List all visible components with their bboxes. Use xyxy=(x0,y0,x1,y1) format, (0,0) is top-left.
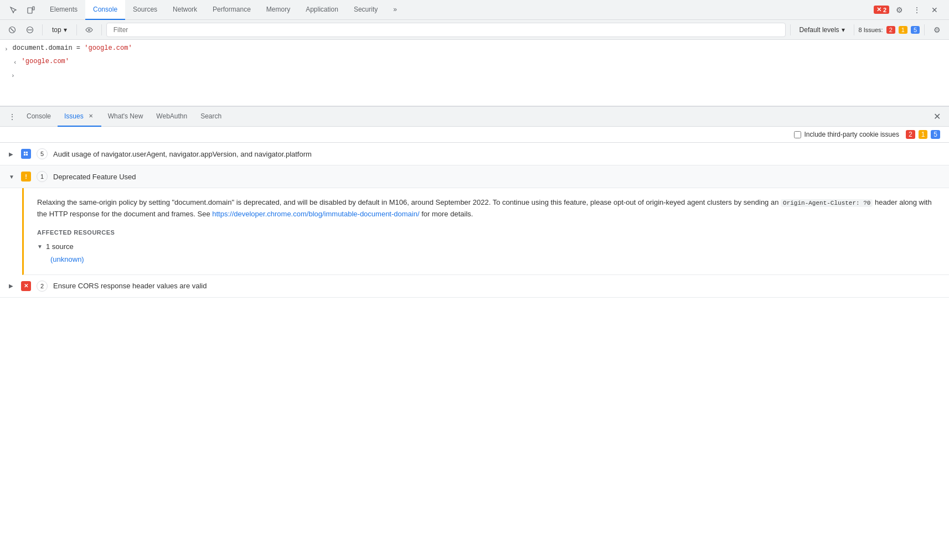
affected-resources-label: AFFECTED RESOURCES xyxy=(37,229,936,236)
console-output: › document.domain = 'google.com' ‹ 'goog… xyxy=(0,40,949,106)
issues-badge-count: 2 xyxy=(883,7,886,13)
tab-bar-right: ✕ 2 ⚙ ⋮ ✕ xyxy=(874,2,947,18)
filter-container xyxy=(106,23,786,37)
drawer-tab-search[interactable]: Search xyxy=(194,107,228,127)
drawer-menu-icon[interactable]: ⋮ xyxy=(4,109,20,125)
issue-cors-title: Ensure CORS response header values are v… xyxy=(53,282,207,290)
tab-security[interactable]: Security xyxy=(346,0,385,20)
output-arrow-1: ‹ xyxy=(13,58,17,68)
issue-audit-icon xyxy=(21,149,31,159)
console-settings-icon[interactable]: ⚙ xyxy=(929,22,945,38)
issues-yellow-badge[interactable]: 1 xyxy=(899,26,907,34)
svg-line-3 xyxy=(11,28,14,32)
top-tab-list: ElementsConsoleSourcesNetworkPerformance… xyxy=(42,0,405,20)
issues-red-badge[interactable]: 2 xyxy=(886,26,895,34)
issue-deprecated-description: Relaxing the same-origin policy by setti… xyxy=(37,197,936,220)
toolbar-divider-1 xyxy=(42,24,43,35)
default-levels-button[interactable]: Default levels ▾ xyxy=(795,25,849,35)
issues-yellow-badge-2[interactable]: 1 xyxy=(919,130,928,139)
console-prompt[interactable]: › xyxy=(0,69,949,82)
code-origin-agent-cluster: Origin-Agent-Cluster: ?0 xyxy=(781,199,873,207)
issues-list: ▶ 5 Audit usage of navigator.userAgent, … xyxy=(0,143,949,298)
issues-count-area: 8 Issues: 2 1 5 xyxy=(859,26,920,34)
drawer-tab-close-issues[interactable]: ✕ xyxy=(87,112,95,120)
drawer-tab-bar-right: ✕ xyxy=(929,109,945,125)
issues-blue-badge[interactable]: 5 xyxy=(911,26,920,34)
drawer-tab-issues[interactable]: Issues✕ xyxy=(58,107,101,127)
devtools-icons xyxy=(2,2,42,18)
svg-rect-10 xyxy=(26,154,28,155)
issue-deprecated-icon: ! xyxy=(21,172,31,182)
issue-deprecated-title: Deprecated Feature Used xyxy=(53,173,136,181)
issues-blue-badge-2[interactable]: 5 xyxy=(931,130,940,139)
issue-deprecated-header[interactable]: ▼ ! 1 Deprecated Feature Used xyxy=(0,165,949,188)
resource-toggle-arrow: ▼ xyxy=(37,243,43,250)
issues-count-badges: 2 1 5 xyxy=(906,130,940,139)
tab-network[interactable]: Network xyxy=(165,0,205,20)
drawer-tab-list: ConsoleIssues✕What's NewWebAuthnSearch xyxy=(20,107,228,127)
svg-rect-0 xyxy=(28,8,32,13)
select-element-icon[interactable] xyxy=(6,2,21,18)
close-drawer-button[interactable]: ✕ xyxy=(929,109,945,125)
console-line-2: ‹ 'google.com' xyxy=(0,55,949,69)
device-toolbar-icon[interactable] xyxy=(23,2,39,18)
more-tabs-button[interactable]: » xyxy=(385,0,405,20)
resource-toggle-label: 1 source xyxy=(46,242,74,251)
svg-rect-7 xyxy=(24,152,25,153)
context-selector[interactable]: top ▾ xyxy=(47,24,72,35)
svg-point-6 xyxy=(88,29,90,30)
drawer-tab-webauthn[interactable]: WebAuthn xyxy=(149,107,194,127)
more-options-icon[interactable]: ⋮ xyxy=(909,2,925,18)
block-icon[interactable] xyxy=(22,22,38,38)
tab-application[interactable]: Application xyxy=(298,0,346,20)
context-dropdown-arrow: ▾ xyxy=(64,26,67,34)
resource-item-unknown[interactable]: (unknown) xyxy=(37,253,936,266)
tab-elements[interactable]: Elements xyxy=(42,0,85,20)
input-arrow-1: › xyxy=(4,44,8,54)
resource-toggle[interactable]: ▼ 1 source xyxy=(37,240,936,253)
issue-link[interactable]: https://developer.chrome.com/blog/immuta… xyxy=(212,210,419,218)
toolbar-divider-4 xyxy=(790,24,791,35)
eye-icon[interactable] xyxy=(81,22,97,38)
console-toolbar: top ▾ Default levels ▾ 8 Issues: 2 1 5 ⚙ xyxy=(0,20,949,40)
issues-red-badge-2[interactable]: 2 xyxy=(906,130,915,139)
top-tab-bar: ElementsConsoleSourcesNetworkPerformance… xyxy=(0,0,949,20)
tab-memory[interactable]: Memory xyxy=(259,0,298,20)
clear-console-icon[interactable] xyxy=(4,22,20,38)
tab-console[interactable]: Console xyxy=(85,0,125,20)
issue-audit-header[interactable]: ▶ 5 Audit usage of navigator.userAgent, … xyxy=(0,143,949,165)
issue-cors-count: 2 xyxy=(37,281,48,292)
issue-audit-title: Audit usage of navigator.userAgent, navi… xyxy=(53,150,312,158)
svg-rect-8 xyxy=(26,152,28,153)
toolbar-divider-5 xyxy=(854,24,854,35)
issue-audit-count: 5 xyxy=(37,148,48,159)
drawer-tab-what's-new[interactable]: What's New xyxy=(101,107,150,127)
issue-deprecated-count: 1 xyxy=(37,171,48,182)
svg-rect-1 xyxy=(33,7,34,10)
issue-cors-arrow: ▶ xyxy=(9,283,16,289)
prompt-arrow: › xyxy=(11,71,15,81)
issue-deprecated-arrow: ▼ xyxy=(9,174,16,180)
issues-badge-icon: ✕ xyxy=(876,6,881,13)
issue-audit-arrow: ▶ xyxy=(9,151,16,157)
issue-cors-icon: ✕ xyxy=(21,281,31,291)
toolbar-divider-6 xyxy=(924,24,925,35)
svg-rect-9 xyxy=(24,154,25,155)
tab-performance[interactable]: Performance xyxy=(205,0,259,20)
drawer-tab-bar: ⋮ ConsoleIssues✕What's NewWebAuthnSearch… xyxy=(0,107,949,127)
toolbar-divider-3 xyxy=(101,24,102,35)
settings-icon[interactable]: ⚙ xyxy=(891,2,907,18)
issues-badge[interactable]: ✕ 2 xyxy=(874,6,889,14)
third-party-cookie-checkbox[interactable]: Include third-party cookie issues xyxy=(794,131,899,138)
filter-input[interactable] xyxy=(109,23,783,37)
issue-cors-header[interactable]: ▶ ✕ 2 Ensure CORS response header values… xyxy=(0,275,949,298)
tab-sources[interactable]: Sources xyxy=(125,0,165,20)
third-party-cookie-input[interactable] xyxy=(794,131,801,138)
issue-deprecated-content: Relaxing the same-origin policy by setti… xyxy=(22,188,949,275)
console-line-1: › document.domain = 'google.com' xyxy=(0,42,949,55)
drawer-tab-console[interactable]: Console xyxy=(20,107,58,127)
close-devtools-icon[interactable]: ✕ xyxy=(927,2,942,18)
drawer-panel: ⋮ ConsoleIssues✕What's NewWebAuthnSearch… xyxy=(0,106,949,298)
issues-toolbar: Include third-party cookie issues 2 1 5 xyxy=(0,127,949,143)
toolbar-divider-2 xyxy=(76,24,77,35)
